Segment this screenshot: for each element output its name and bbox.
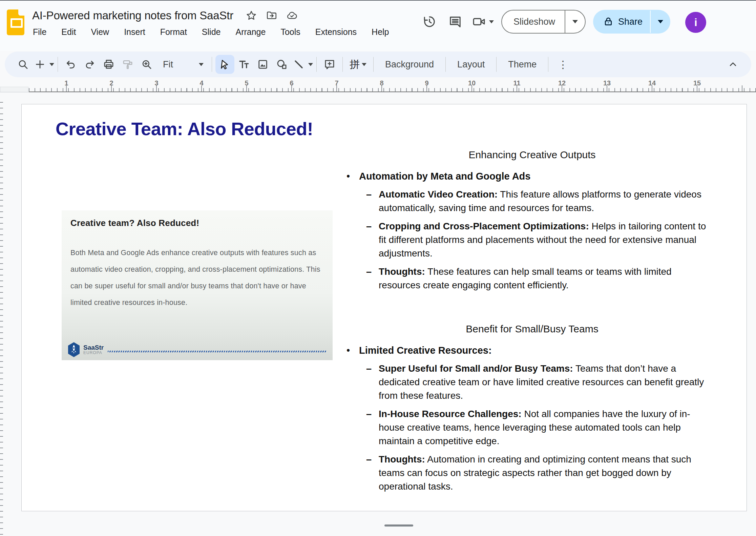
bullet-marker: •: [346, 169, 350, 183]
dash-marker: –: [366, 220, 372, 233]
zoom-value: Fit: [163, 59, 173, 70]
search-icon: [17, 59, 29, 70]
insert-shape-icon: [276, 59, 288, 70]
section-heading: Benefit for Small/Busy Teams: [342, 323, 722, 335]
ruler-minor-ticks: [29, 88, 756, 91]
embedded-image-footer: SaaStr EUROPA: [67, 342, 327, 357]
lock-icon: [603, 17, 613, 27]
menu-slide[interactable]: Slide: [202, 27, 221, 37]
slide-canvas[interactable]: Creative Team: Also Reduced! Creative te…: [21, 104, 747, 511]
print-icon: [103, 59, 114, 70]
new-slide-dropdown-arrow[interactable]: [49, 63, 54, 66]
bullet-level1: • Automation by Meta and Google Ads: [342, 169, 722, 183]
text-box-icon: [238, 59, 250, 70]
menu-view[interactable]: View: [91, 27, 109, 37]
bullet-level2: – Super Useful for Small and/or Busy Tea…: [342, 362, 722, 403]
saastr-hexagon-rocket-icon: [67, 342, 81, 357]
menu-format[interactable]: Format: [160, 27, 187, 37]
toolbar-divider: [316, 57, 317, 72]
embedded-slide-image[interactable]: Creative team? Also Reduced! Both Meta a…: [62, 210, 333, 360]
ruler-corner: [0, 87, 28, 92]
version-history-icon: [423, 15, 436, 28]
move-folder-icon[interactable]: [266, 10, 277, 21]
bullet-level2: – Automatic Video Creation: This feature…: [342, 188, 722, 215]
slideshow-button[interactable]: Slideshow: [502, 17, 565, 27]
undo-button[interactable]: [61, 55, 80, 74]
share-button[interactable]: Share: [593, 17, 650, 27]
redo-icon: [84, 59, 96, 70]
menu-tools[interactable]: Tools: [280, 27, 300, 37]
redo-button[interactable]: [80, 55, 99, 74]
zoom-dropdown-arrow: [199, 63, 204, 66]
star-icon[interactable]: [246, 10, 257, 21]
account-avatar[interactable]: i: [685, 12, 706, 33]
slideshow-split-button: Slideshow: [501, 10, 586, 34]
bullet-level2: – Thoughts: Automation in creating and o…: [342, 453, 722, 493]
menu-bar: File Edit View Insert Format Slide Arran…: [33, 27, 389, 37]
collapse-toolbar-button[interactable]: [723, 55, 742, 74]
zoom-button[interactable]: [137, 55, 156, 74]
embedded-image-title: Creative team? Also Reduced!: [70, 218, 324, 228]
workspace: Creative Team: Also Reduced! Creative te…: [0, 92, 756, 536]
toolbar-divider: [58, 57, 58, 72]
share-dropdown[interactable]: [651, 10, 670, 34]
toolbar-divider: [212, 57, 212, 72]
version-history-button[interactable]: [417, 9, 442, 35]
menu-file[interactable]: File: [33, 27, 46, 37]
saastr-logo-title: SaaStr: [83, 344, 104, 351]
speaker-notes-handle[interactable]: [384, 524, 413, 527]
insert-shape-button[interactable]: [272, 55, 291, 74]
app-header: AI-Powered marketing notes from SaaStr F…: [0, 1, 756, 51]
insert-image-icon: [257, 59, 269, 70]
insert-image-button[interactable]: [253, 55, 272, 74]
text-box-button[interactable]: [234, 55, 253, 74]
slideshow-dropdown[interactable]: [565, 11, 585, 33]
menu-insert[interactable]: Insert: [124, 27, 145, 37]
dash-marker: –: [366, 453, 372, 466]
camera-dropdown-arrow[interactable]: [489, 20, 494, 23]
comments-button[interactable]: [442, 9, 468, 35]
menu-edit[interactable]: Edit: [61, 27, 76, 37]
title-row: AI-Powered marketing notes from SaaStr: [32, 8, 298, 23]
menu-extensions[interactable]: Extensions: [315, 27, 357, 37]
vertical-ruler: [0, 102, 3, 536]
input-method-dropdown-arrow: [362, 63, 366, 66]
document-title[interactable]: AI-Powered marketing notes from SaaStr: [32, 9, 233, 22]
menu-arrange[interactable]: Arrange: [235, 27, 266, 37]
bullet-level2: – In-House Resource Challenges: Not all …: [342, 407, 722, 448]
bullet-level2: – Thoughts: These features can help smal…: [342, 265, 722, 292]
cloud-saved-icon[interactable]: [286, 10, 298, 21]
join-call-button[interactable]: [472, 15, 494, 28]
notes-text-block[interactable]: Enhancing Creative Outputs • Automation …: [342, 149, 722, 498]
select-tool-button[interactable]: [215, 55, 234, 74]
insert-comment-button[interactable]: [320, 55, 339, 74]
input-method-button[interactable]: 拼: [346, 58, 370, 71]
menu-help[interactable]: Help: [372, 27, 389, 37]
dash-marker: –: [366, 407, 372, 421]
slides-logo[interactable]: [7, 9, 24, 35]
insert-line-button[interactable]: [291, 55, 306, 74]
new-slide-button[interactable]: [33, 55, 47, 74]
line-dropdown-arrow[interactable]: [308, 63, 313, 66]
header-actions: Slideshow Share i: [417, 9, 706, 35]
undo-icon: [65, 59, 77, 70]
zoom-in-icon: [141, 59, 152, 70]
bullet-level1: • Limited Creative Resources:: [342, 344, 722, 357]
layout-button[interactable]: Layout: [449, 59, 493, 70]
share-label: Share: [618, 17, 643, 27]
paint-format-button[interactable]: [118, 55, 137, 74]
print-button[interactable]: [99, 55, 118, 74]
dash-marker: –: [366, 188, 372, 201]
collapse-toolbar-icon: [727, 59, 739, 70]
new-slide-plus-icon: [34, 59, 46, 70]
saastr-logo-subtitle: EUROPA: [83, 351, 104, 355]
background-button[interactable]: Background: [377, 59, 442, 70]
toolbar: Fit 拼 Backgroun: [5, 51, 751, 77]
slide-title[interactable]: Creative Team: Also Reduced!: [56, 119, 313, 139]
more-options-button[interactable]: ⋮: [552, 59, 574, 70]
cursor-icon: [219, 59, 231, 70]
zoom-select[interactable]: Fit: [156, 59, 208, 70]
dash-marker: –: [366, 265, 372, 279]
theme-button[interactable]: Theme: [500, 59, 545, 70]
search-menus-button[interactable]: [14, 55, 33, 74]
